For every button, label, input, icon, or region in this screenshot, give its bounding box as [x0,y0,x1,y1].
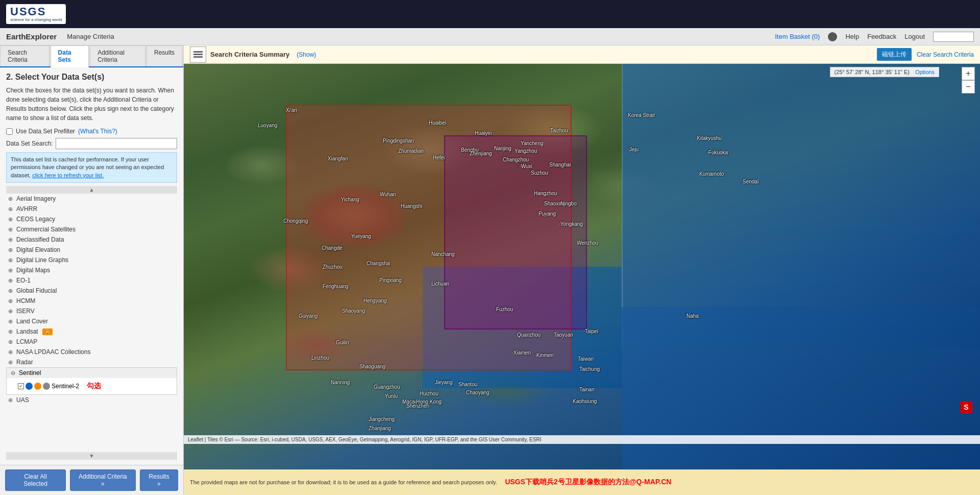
navbar-left: EarthExplorer Manage Criteria [6,32,114,41]
tree-item-hcmm[interactable]: ⊕ HCMM [6,296,177,306]
sentinel-2-checkbox[interactable]: ✓ [18,383,24,389]
sentinel-icon-3 [43,383,50,390]
dataset-search-input[interactable] [56,138,177,149]
user-icon [828,32,837,41]
item-basket-link[interactable]: Item Basket (0) [775,33,820,40]
map-background[interactable]: Xi'an Luoyang Pingdingshan Huaibei Huaiy… [184,64,980,469]
disclaimer-en: The provided maps are not for purchase o… [190,479,497,485]
annotation-gou: 勾选 [87,382,101,391]
sentinel-section: ⊖ Sentinel ✓ Sentinel-2 勾选 [6,367,177,395]
navbar: EarthExplorer Manage Criteria Item Baske… [0,28,980,45]
tree-label: Radar [16,359,33,366]
expand-icon: ⊕ [8,206,14,213]
tree-item-avhrr[interactable]: ⊕ AVHRR [6,204,177,214]
scroll-down[interactable]: ▼ [6,452,177,460]
tree-label: Landsat [16,328,38,335]
criteria-title: Search Criteria Summary [210,51,289,58]
bottom-buttons: Clear All Selected Additional Criteria »… [0,465,183,495]
sentinel-header[interactable]: ⊖ Sentinel [7,368,177,378]
tree-item-iserv[interactable]: ⊕ ISERV [6,306,177,316]
svg-rect-1 [193,54,203,55]
sentinel-2-row: ✓ Sentinel-2 勾选 [15,380,173,392]
options-link[interactable]: Options [915,69,935,75]
bottom-disclaimer: The provided maps are not for purchase o… [184,469,980,495]
expand-icon: ⊕ [8,216,14,223]
expand-icon: ⊕ [8,359,14,366]
ocean-south [622,307,980,469]
logout-link[interactable]: Logout [904,33,925,40]
tree-item-global[interactable]: ⊕ Global Fiducial [6,286,177,296]
sentinel-expand-icon: ⊖ [11,370,17,376]
coords-text: (25° 57' 28" N, 118° 35' 11" E) [835,69,910,75]
search-row: Data Set Search: [6,138,177,149]
coords-display: (25° 57' 28" N, 118° 35' 11" E) Options [830,67,939,77]
zoom-in-button[interactable]: + [962,67,975,80]
search-label: Data Set Search: [6,140,53,147]
zoom-out-button[interactable]: − [962,80,975,93]
help-link[interactable]: Help [845,33,859,40]
tree-item-nasa[interactable]: ⊕ NASA LPDAAC Collections [6,347,177,357]
tree-label: Global Fiducial [16,287,57,294]
map-attribution: Leaflet | Tiles © Esri — Source: Esri, i… [184,435,980,444]
tree-item-eo1[interactable]: ⊕ EO-1 [6,275,177,286]
refresh-list-link[interactable]: click here to refresh your list. [32,172,104,178]
expand-icon: ⊕ [8,397,14,404]
svg-rect-2 [193,56,203,58]
results-button[interactable]: Results » [140,469,178,491]
s-logo: S [960,401,972,413]
layers-svg [193,50,203,59]
expand-icon: ⊕ [8,257,14,264]
cache-notice: This data set list is cached for perform… [6,152,177,183]
feedback-link[interactable]: Feedback [867,33,896,40]
tree-item-land-cover[interactable]: ⊕ Land Cover [6,316,177,326]
tab-results[interactable]: Results [146,45,182,66]
whats-this-link[interactable]: (What's This?) [78,128,117,135]
additional-criteria-button[interactable]: Additional Criteria » [70,469,136,491]
share-button[interactable]: 磁链上传 [877,48,912,61]
tree-item-ceos[interactable]: ⊕ CEOS Legacy [6,214,177,224]
tree-item-elevation[interactable]: ⊕ Digital Elevation [6,245,177,255]
expand-icon: ⊕ [8,339,14,345]
left-panel: Search Criteria Data Sets Additional Cri… [0,45,184,495]
tree-item-landsat[interactable]: ⊕ Landsat 🔒 [6,326,177,337]
tree-label: EO-1 [16,277,31,284]
expand-icon: ⊕ [8,288,14,294]
tree-item-line-graphs[interactable]: ⊕ Digital Line Graphs [6,255,177,265]
clear-all-button[interactable]: Clear All Selected [5,469,66,491]
username-input[interactable] [933,32,974,42]
tree-label: LCMAP [16,338,37,345]
tab-data-sets[interactable]: Data Sets [51,45,89,67]
tab-search-criteria[interactable]: Search Criteria [0,45,50,66]
tree-item-uas[interactable]: ⊕ UAS [6,395,177,405]
use-filter-checkbox[interactable] [6,128,13,135]
svg-rect-0 [193,51,203,53]
navbar-right: Item Basket (0) Help Feedback Logout [775,32,974,42]
sentinel-icon-1 [26,383,33,390]
tree-label: CEOS Legacy [16,216,55,223]
criteria-show-link[interactable]: (Show) [297,51,316,58]
tree-label: Aerial Imagery [16,195,56,202]
tree-label: Land Cover [16,318,48,325]
tree-item-aerial[interactable]: ⊕ Aerial Imagery [6,194,177,204]
expand-icon: ⊕ [8,267,14,274]
map-layers-icon[interactable] [190,46,206,63]
clear-search-button[interactable]: Clear Search Criteria [917,51,974,58]
panel-title: 2. Select Your Data Set(s) [6,73,177,82]
scroll-up[interactable]: ▲ [6,186,177,194]
tree-item-commercial[interactable]: ⊕ Commercial Satellites [6,224,177,234]
expand-icon: ⊕ [8,277,14,284]
purple-overlay [444,135,587,329]
tree-label: Declassified Data [16,236,64,243]
tree-item-radar[interactable]: ⊕ Radar [6,357,177,367]
tree-item-lcmap[interactable]: ⊕ LCMAP [6,337,177,347]
header: USGS science for a changing world [0,0,980,28]
use-filter-row: Use Data Set Prefilter (What's This?) [6,128,177,135]
manage-criteria-link[interactable]: Manage Criteria [67,33,114,40]
tree-label: AVHRR [16,205,37,213]
sentinel-icon-2 [34,383,41,390]
expand-icon: ⊕ [8,298,14,304]
expand-icon: ⊕ [8,328,14,335]
tree-item-digital-maps[interactable]: ⊕ Digital Maps [6,265,177,275]
tab-additional-criteria[interactable]: Additional Criteria [90,45,145,66]
tree-item-declassified[interactable]: ⊕ Declassified Data [6,234,177,245]
